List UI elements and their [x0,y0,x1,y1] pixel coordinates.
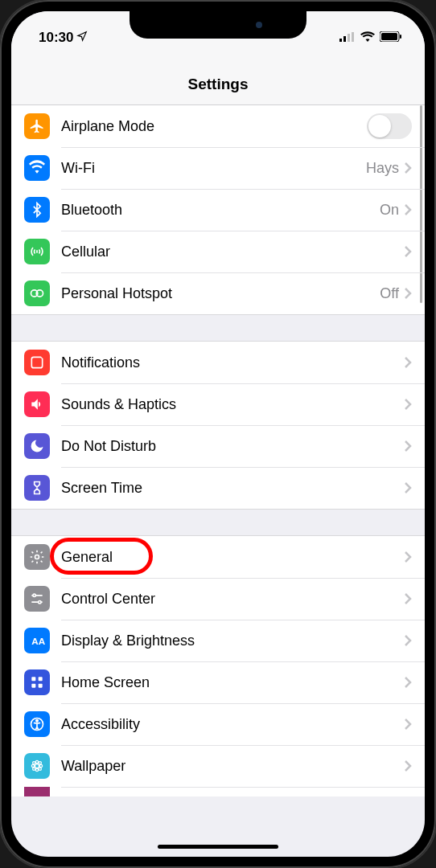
bluetooth-icon [24,197,50,223]
accessibility-icon [24,711,50,737]
home-indicator[interactable] [158,845,278,849]
chevron-right-icon [404,356,412,369]
row-label: Control Center [61,591,404,608]
svg-rect-0 [339,39,342,42]
row-display[interactable]: AA Display & Brightness [11,620,425,661]
chevron-right-icon [404,481,412,494]
page-title-text: Settings [188,76,249,92]
row-label: Notifications [61,354,404,371]
svg-text:AA: AA [31,636,45,646]
row-cellular[interactable]: Cellular [11,231,425,272]
svg-rect-5 [381,33,397,40]
chevron-right-icon [404,676,412,689]
chevron-right-icon [404,203,412,216]
display-icon: AA [24,628,50,653]
svg-point-24 [39,764,42,767]
row-notifications[interactable]: Notifications [11,342,425,383]
svg-rect-14 [31,677,35,681]
row-hotspot[interactable]: Personal Hotspot Off [11,272,425,314]
cellular-icon [24,239,50,264]
svg-rect-15 [39,677,43,681]
svg-rect-6 [400,35,401,39]
svg-point-28 [39,762,41,764]
row-wifi[interactable]: Wi-Fi Hays [11,147,425,189]
chevron-right-icon [404,634,412,647]
row-label: Accessibility [61,716,404,733]
row-value: On [380,202,399,219]
svg-point-21 [35,760,38,763]
row-accessibility[interactable]: Accessibility [11,703,425,745]
row-airplane[interactable]: Airplane Mode [11,105,425,147]
svg-point-27 [33,768,35,770]
svg-point-23 [31,764,34,767]
group-system: General Control Center AA Display & Brig… [11,535,425,796]
svg-point-10 [35,555,39,559]
row-screentime[interactable]: Screen Time [11,467,425,509]
notifications-icon [24,350,50,375]
row-value: Hays [366,160,399,177]
phone-frame: 10:30 Settings [0,0,436,868]
chevron-right-icon [404,718,412,731]
row-label: Screen Time [61,480,404,497]
row-bluetooth[interactable]: Bluetooth On [11,189,425,231]
wifi-status-icon [360,30,375,46]
gear-icon [24,544,50,570]
homescreen-icon [24,669,50,695]
row-label: Personal Hotspot [61,285,380,302]
svg-point-12 [39,601,41,604]
row-label: Airplane Mode [61,118,367,135]
group-alerts: Notifications Sounds & Haptics Do Not Di… [11,341,425,510]
airplane-icon [24,113,50,139]
screen: 10:30 Settings [11,11,425,857]
svg-rect-2 [348,34,350,42]
chevron-right-icon [404,551,412,563]
hotspot-icon [24,280,50,306]
svg-rect-3 [352,32,354,42]
wallpaper-icon [24,753,50,779]
row-dnd[interactable]: Do Not Disturb [11,425,425,467]
chevron-right-icon [404,287,412,300]
page-title: Settings [11,55,425,105]
svg-point-19 [36,720,39,723]
notch [130,11,306,39]
row-label: Cellular [61,244,404,260]
row-label: General [61,549,404,566]
row-controlcenter[interactable]: Control Center [11,578,425,620]
svg-point-26 [39,768,41,770]
svg-rect-17 [39,684,43,688]
row-homescreen[interactable]: Home Screen [11,661,425,703]
svg-point-20 [35,764,39,768]
status-time: 10:30 [39,30,73,46]
settings-list[interactable]: Airplane Mode Wi-Fi Hays Bluetooth [11,105,425,856]
sounds-icon [24,391,50,417]
chevron-right-icon [404,760,412,772]
moon-icon [24,433,50,459]
row-wallpaper[interactable]: Wallpaper [11,745,425,787]
row-label: Do Not Disturb [61,438,404,455]
svg-point-22 [35,768,38,771]
row-general[interactable]: General [11,536,425,578]
group-connectivity: Airplane Mode Wi-Fi Hays Bluetooth [11,105,425,315]
row-label: Bluetooth [61,202,380,219]
row-sounds[interactable]: Sounds & Haptics [11,383,425,425]
svg-rect-9 [31,357,42,367]
cellular-signal-icon [339,30,356,46]
hourglass-icon [24,475,50,501]
row-partial[interactable] [11,787,425,796]
svg-point-25 [33,762,35,764]
battery-icon [380,30,402,46]
row-label: Wi-Fi [61,160,366,177]
airplane-toggle[interactable] [367,113,412,139]
row-label: Display & Brightness [61,633,404,649]
controlcenter-icon [24,586,50,612]
chevron-right-icon [404,162,412,174]
chevron-right-icon [404,592,412,605]
location-arrow-icon [76,30,88,46]
row-value: Off [380,285,399,302]
chevron-right-icon [404,245,412,258]
svg-rect-16 [31,684,35,688]
chevron-right-icon [404,398,412,411]
svg-point-11 [33,594,35,596]
wifi-icon [24,155,50,181]
chevron-right-icon [404,440,412,452]
